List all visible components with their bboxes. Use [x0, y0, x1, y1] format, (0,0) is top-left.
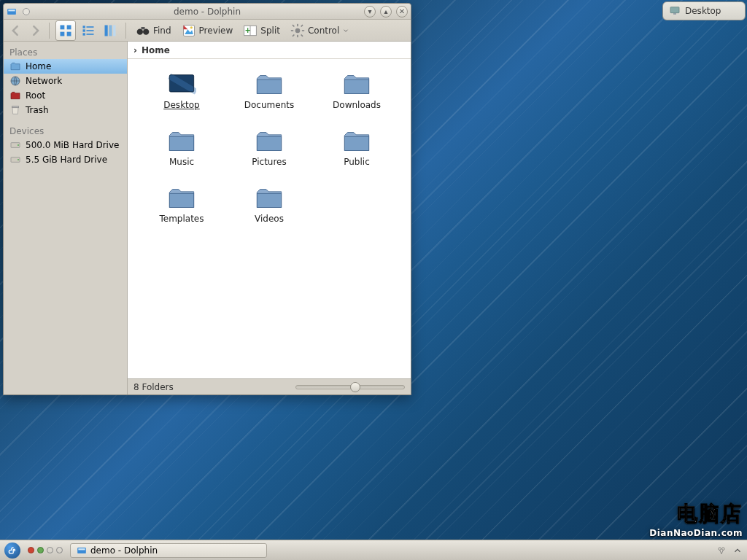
pin-button[interactable]	[23, 8, 30, 15]
svg-rect-47	[257, 136, 281, 150]
svg-rect-29	[297, 34, 298, 36]
columns-view-button[interactable]	[101, 21, 120, 40]
status-text: 8 Folders	[133, 382, 174, 392]
close-button[interactable]: ✕	[396, 6, 408, 18]
sidebar-item-drive-1[interactable]: 5.5 GiB Hard Drive	[4, 152, 127, 167]
svg-rect-5	[67, 25, 71, 29]
desktop-folder-widget[interactable]: Desktop	[662, 1, 746, 20]
window-title: demo - Dolphin	[4, 7, 411, 17]
svg-rect-33	[301, 24, 303, 27]
zoom-knob[interactable]	[350, 382, 360, 392]
folder-icon	[255, 72, 284, 97]
sidebar-item-label: Root	[26, 90, 45, 101]
svg-rect-19	[142, 27, 145, 29]
preview-icon	[182, 23, 196, 38]
sidebar-item-drive-0[interactable]: 500.0 MiB Hard Drive	[4, 138, 127, 152]
folder-icon	[255, 129, 284, 154]
binoculars-icon	[136, 23, 150, 38]
minimize-button[interactable]: ▾	[364, 6, 376, 18]
sidebar-item-label: Network	[26, 76, 62, 86]
preview-button[interactable]: Preview	[178, 21, 237, 40]
icons-view-button[interactable]	[55, 20, 76, 41]
folder-icon	[167, 186, 196, 211]
folder-documents[interactable]: Documents	[225, 72, 313, 125]
split-button[interactable]: + Split	[239, 21, 284, 40]
details-view-button[interactable]	[79, 21, 98, 40]
chevron-right-icon: ›	[133, 45, 137, 55]
svg-rect-13	[87, 34, 94, 35]
split-icon: +	[243, 23, 258, 38]
folder-label: Public	[344, 157, 370, 167]
svg-rect-10	[83, 29, 85, 31]
svg-rect-28	[297, 23, 298, 26]
harddrive-icon	[9, 139, 21, 151]
folder-label: Downloads	[333, 100, 381, 110]
desktop-1[interactable]	[28, 547, 34, 553]
svg-point-39	[18, 144, 19, 146]
folder-icon	[342, 72, 371, 97]
svg-rect-32	[292, 24, 295, 27]
folder-desktop[interactable]: Desktop	[138, 72, 225, 125]
preview-label: Preview	[199, 26, 233, 36]
svg-rect-16	[113, 25, 115, 36]
svg-point-27	[295, 28, 301, 33]
folder-downloads[interactable]: Downloads	[313, 72, 400, 125]
svg-point-17	[137, 28, 143, 34]
svg-rect-11	[87, 30, 94, 31]
icon-view[interactable]: Desktop Documents Downloads Music Pictur…	[128, 59, 411, 378]
folder-videos[interactable]: Videos	[225, 186, 313, 238]
folder-icon	[342, 129, 371, 154]
task-dolphin[interactable]: demo - Dolphin	[70, 543, 267, 558]
folder-public[interactable]: Public	[313, 129, 400, 182]
titlebar[interactable]: demo - Dolphin ▾ ▴ ✕	[4, 4, 411, 20]
back-button[interactable]	[8, 23, 24, 39]
folder-icon	[255, 186, 284, 211]
zoom-slider[interactable]	[295, 385, 405, 389]
sidebar-item-root[interactable]: Root	[4, 88, 127, 103]
svg-rect-45	[344, 79, 368, 93]
chevron-up-icon[interactable]	[732, 545, 743, 556]
watermark-text: 电脑店	[649, 500, 743, 528]
breadcrumb-home[interactable]: Home	[142, 45, 170, 55]
home-folder-icon	[9, 61, 21, 72]
folder-pictures[interactable]: Pictures	[225, 129, 313, 182]
desktop-3[interactable]	[47, 547, 53, 553]
sidebar: Places Home Network Root Trash Devices 5…	[4, 42, 128, 394]
main-view: › Home Desktop Documents Downloads	[128, 42, 411, 394]
breadcrumb: › Home	[128, 42, 411, 59]
desktop-4[interactable]	[56, 547, 63, 553]
svg-rect-46	[169, 136, 193, 150]
find-button[interactable]: Find	[132, 21, 175, 40]
maximize-button[interactable]: ▴	[380, 6, 392, 18]
folder-icon	[167, 129, 196, 154]
clipboard-icon[interactable]	[716, 545, 727, 556]
statusbar: 8 Folders	[128, 378, 411, 394]
svg-rect-14	[105, 25, 108, 36]
folder-music[interactable]: Music	[138, 129, 225, 182]
folder-label: Templates	[159, 214, 204, 224]
sidebar-item-home[interactable]: Home	[4, 59, 127, 74]
svg-rect-48	[344, 136, 368, 150]
trash-icon	[9, 104, 21, 116]
svg-rect-15	[109, 25, 112, 36]
root-folder-icon	[9, 90, 21, 101]
svg-rect-1	[673, 13, 676, 14]
toolbar: Find Preview + Split Control	[4, 20, 411, 42]
sidebar-item-trash[interactable]: Trash	[4, 103, 127, 117]
sidebar-item-label: Home	[26, 61, 51, 71]
svg-rect-49	[169, 193, 193, 207]
desktop-2[interactable]	[37, 547, 44, 553]
chevron-down-icon	[342, 27, 349, 34]
svg-point-18	[143, 28, 149, 34]
svg-rect-8	[83, 26, 85, 28]
folder-templates[interactable]: Templates	[138, 186, 225, 238]
svg-point-53	[719, 547, 721, 550]
pager[interactable]	[28, 547, 63, 553]
svg-rect-34	[292, 34, 295, 36]
svg-rect-12	[83, 33, 85, 35]
control-button[interactable]: Control	[287, 21, 353, 40]
sidebar-item-network[interactable]: Network	[4, 74, 127, 88]
application-launcher[interactable]	[4, 542, 20, 559]
dolphin-app-icon	[77, 545, 87, 556]
forward-button[interactable]	[27, 23, 43, 39]
